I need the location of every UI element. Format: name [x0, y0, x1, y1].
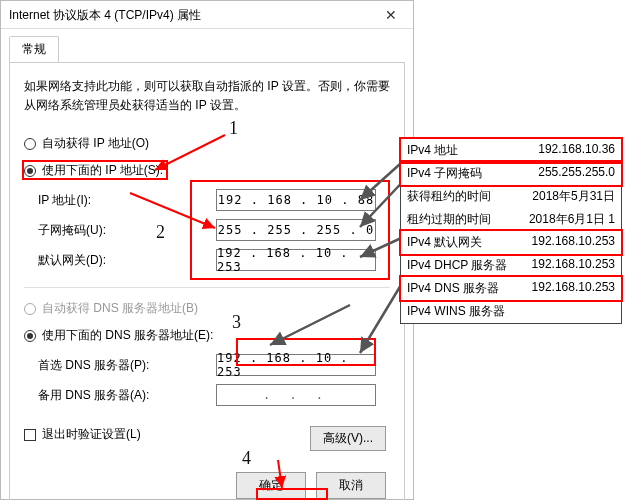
- info-row: IPv4 子网掩码255.255.255.0: [401, 162, 621, 185]
- annot-n4: 4: [242, 448, 251, 469]
- radio-manual-ip[interactable]: 使用下面的 IP 地址(S):: [24, 160, 390, 181]
- advanced-button[interactable]: 高级(V)...: [310, 426, 386, 451]
- field-dns1: 首选 DNS 服务器(P): 192 . 168 . 10 . 253: [38, 354, 376, 376]
- divider: [24, 287, 390, 288]
- radio-icon: [24, 138, 36, 150]
- info-key: IPv4 默认网关: [407, 234, 482, 251]
- info-row: IPv4 默认网关192.168.10.253: [401, 231, 621, 254]
- info-key: IPv4 子网掩码: [407, 165, 482, 182]
- field-gateway: 默认网关(D): 192 . 168 . 10 . 253: [38, 249, 376, 271]
- info-value: 255.255.255.0: [538, 165, 615, 182]
- instruction-text: 如果网络支持此功能，则可以获取自动指派的 IP 设置。否则，你需要从网络系统管理…: [24, 77, 390, 115]
- ok-button[interactable]: 确定: [236, 472, 306, 499]
- gateway-label: 默认网关(D):: [38, 252, 178, 269]
- dns2-label: 备用 DNS 服务器(A):: [38, 387, 178, 404]
- info-row: IPv4 WINS 服务器: [401, 300, 621, 323]
- radio-icon: [24, 330, 36, 342]
- titlebar: Internet 协议版本 4 (TCP/IPv4) 属性 ✕: [1, 1, 413, 29]
- radio-label: 使用下面的 DNS 服务器地址(E):: [42, 327, 213, 344]
- info-key: IPv4 DHCP 服务器: [407, 257, 507, 274]
- tab-general[interactable]: 常规: [9, 36, 59, 63]
- mask-input[interactable]: 255 . 255 . 255 . 0: [216, 219, 376, 241]
- annot-n2: 2: [156, 222, 165, 243]
- info-key: IPv4 DNS 服务器: [407, 280, 499, 297]
- field-ip: IP 地址(I): 192 . 168 . 10 . 88: [38, 189, 376, 211]
- info-row: IPv4 DHCP 服务器192.168.10.253: [401, 254, 621, 277]
- ip-label: IP 地址(I):: [38, 192, 178, 209]
- radio-icon: [24, 165, 36, 177]
- info-value: 192.168.10.36: [538, 142, 615, 159]
- ip-input[interactable]: 192 . 168 . 10 . 88: [216, 189, 376, 211]
- radio-icon: [24, 303, 36, 315]
- info-key: IPv4 地址: [407, 142, 458, 159]
- info-row: 获得租约的时间2018年5月31日: [401, 185, 621, 208]
- gateway-input[interactable]: 192 . 168 . 10 . 253: [216, 249, 376, 271]
- dns2-input[interactable]: . . .: [216, 384, 376, 406]
- info-key: 获得租约的时间: [407, 188, 491, 205]
- window-title: Internet 协议版本 4 (TCP/IPv4) 属性: [9, 8, 201, 22]
- field-mask: 子网掩码(U): 255 . 255 . 255 . 0: [38, 219, 376, 241]
- info-row: IPv4 DNS 服务器192.168.10.253: [401, 277, 621, 300]
- radio-manual-dns[interactable]: 使用下面的 DNS 服务器地址(E):: [24, 325, 390, 346]
- tabs: 常规: [1, 29, 413, 62]
- dns-fields: 首选 DNS 服务器(P): 192 . 168 . 10 . 253 备用 D…: [38, 354, 376, 406]
- info-value: 192.168.10.253: [532, 234, 615, 251]
- radio-label: 自动获得 DNS 服务器地址(B): [42, 300, 198, 317]
- info-key: IPv4 WINS 服务器: [407, 303, 505, 320]
- annot-n1: 1: [229, 118, 238, 139]
- info-value: 2018年6月1日 1: [529, 211, 615, 228]
- dns1-label: 首选 DNS 服务器(P):: [38, 357, 178, 374]
- info-row: IPv4 地址192.168.10.36: [401, 139, 621, 162]
- dialog-window: Internet 协议版本 4 (TCP/IPv4) 属性 ✕ 常规 如果网络支…: [0, 0, 414, 500]
- info-row: 租约过期的时间2018年6月1日 1: [401, 208, 621, 231]
- radio-auto-ip[interactable]: 自动获得 IP 地址(O): [24, 133, 390, 154]
- network-info-panel: IPv4 地址192.168.10.36IPv4 子网掩码255.255.255…: [400, 138, 622, 324]
- dns1-input[interactable]: 192 . 168 . 10 . 253: [216, 354, 376, 376]
- annot-n3: 3: [232, 312, 241, 333]
- radio-label: 使用下面的 IP 地址(S):: [42, 162, 163, 179]
- info-value: 2018年5月31日: [532, 188, 615, 205]
- radio-auto-dns: 自动获得 DNS 服务器地址(B): [24, 298, 390, 319]
- info-value: 192.168.10.253: [532, 280, 615, 297]
- checkbox-label: 退出时验证设置(L): [42, 426, 141, 443]
- radio-label: 自动获得 IP 地址(O): [42, 135, 149, 152]
- field-dns2: 备用 DNS 服务器(A): . . .: [38, 384, 376, 406]
- cancel-button[interactable]: 取消: [316, 472, 386, 499]
- tab-body: 如果网络支持此功能，则可以获取自动指派的 IP 设置。否则，你需要从网络系统管理…: [9, 62, 405, 500]
- info-value: 192.168.10.253: [532, 257, 615, 274]
- dialog-buttons: 确定 取消: [236, 472, 386, 499]
- checkbox-icon: [24, 429, 36, 441]
- close-icon[interactable]: ✕: [369, 1, 413, 29]
- ip-fields: IP 地址(I): 192 . 168 . 10 . 88 子网掩码(U): 2…: [38, 189, 376, 271]
- info-key: 租约过期的时间: [407, 211, 491, 228]
